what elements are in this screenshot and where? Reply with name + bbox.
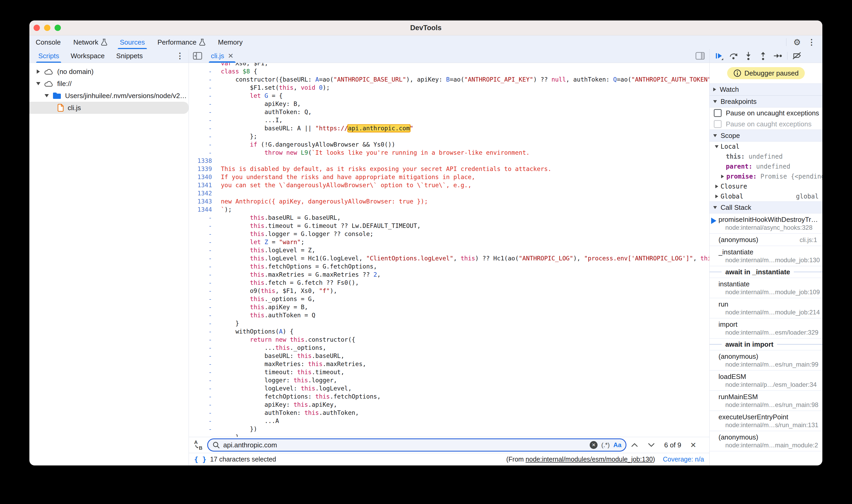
code-line[interactable]: - constructor({baseURL: A=ao("ANTHROPIC_… [189,75,709,84]
tree-item-no-domain[interactable]: (no domain) [29,66,189,78]
line-gutter[interactable]: 1338 [189,157,216,165]
code-line[interactable]: - o9(this, $F1, Xs0, "f"), [189,287,709,295]
line-gutter[interactable]: - [189,303,216,311]
line-gutter[interactable]: - [189,360,216,368]
line-gutter[interactable]: - [189,287,216,295]
line-gutter[interactable]: - [189,222,216,230]
line-gutter[interactable] [189,63,216,67]
line-gutter[interactable]: - [189,368,216,376]
code-line[interactable]: - this.baseURL = G.baseURL, [189,214,709,222]
scope-local[interactable]: Local [710,142,822,151]
collapse-icon[interactable] [36,82,40,85]
line-gutter[interactable]: - [189,263,216,271]
close-tab-icon[interactable]: ✕ [226,52,234,60]
line-gutter[interactable]: - [189,311,216,319]
line-gutter[interactable]: - [189,124,216,132]
pretty-print-icon[interactable]: { } [194,455,207,463]
code-line[interactable]: - this.authToken = Q [189,311,709,319]
section-watch[interactable]: Watch [710,84,822,95]
from-module-link[interactable]: node:internal/modules/esm/module_job:130 [526,455,653,463]
step-into-button[interactable] [741,51,756,60]
navigator-more-icon[interactable]: ⋮ [176,52,189,60]
line-gutter[interactable]: - [189,433,216,437]
code-line[interactable]: - }; [189,132,709,141]
expand-icon[interactable] [721,175,724,178]
code-line[interactable]: - ...A [189,417,709,425]
previous-match-icon[interactable] [631,443,638,448]
scope-entry-parent[interactable]: parent: undefined [710,162,822,172]
call-stack-frame[interactable]: (anonymous)node:internal/m…main_module:2 [710,431,822,451]
call-stack-frame[interactable]: runMainESMnode:internal/m…es/run_main:98 [710,391,822,411]
regex-toggle[interactable]: (.*) [601,441,610,449]
tree-item-folder[interactable]: Users/jinhuilee/.nvm/versions/node/v2… [29,90,189,102]
line-gutter[interactable]: 1342 [189,189,216,197]
code-line[interactable]: - withOptions(A) { [189,327,709,336]
deactivate-breakpoints-button[interactable] [789,51,804,60]
code-line[interactable]: - this.apiKey = B, [189,303,709,311]
line-gutter[interactable]: 1341 [189,181,216,189]
match-case-toggle[interactable]: Aa [613,441,621,449]
line-gutter[interactable]: - [189,116,216,124]
code-line[interactable]: - baseURL: this.baseURL, [189,352,709,360]
line-gutter[interactable]: - [189,409,216,417]
code-line[interactable]: - return new this.constructor({ [189,336,709,344]
clear-search-icon[interactable]: ✕ [590,441,598,449]
code-line[interactable]: -class $8 { [189,67,709,75]
line-gutter[interactable]: - [189,384,216,393]
line-gutter[interactable]: - [189,149,216,157]
toggle-debugger-sidebar-icon[interactable] [695,51,709,60]
line-gutter[interactable]: 1344 [189,205,216,214]
section-breakpoints[interactable]: Breakpoints [710,95,822,108]
call-stack-frame[interactable]: promiseInitHookWithDestroyTr…node:intern… [710,213,822,234]
replace-toggle-icon[interactable]: AB [194,440,203,450]
code-line[interactable]: - ...this._options, [189,344,709,352]
coverage-link[interactable]: Coverage: n/a [663,455,704,463]
resume-button[interactable] [712,51,726,60]
code-line[interactable]: - this.fetchOptions = G.fetchOptions, [189,263,709,271]
pause-caught-row[interactable]: Pause on caught exceptions [710,119,822,129]
call-stack-frame[interactable]: (anonymous)node:internal/m…es/run_main:9… [710,350,822,371]
scope-global[interactable]: Global global [710,192,822,201]
code-line[interactable]: - apiKey: this.apiKey, [189,401,709,409]
tab-memory[interactable]: Memory [212,35,249,49]
code-line[interactable]: - authToken: this.authToken, [189,409,709,417]
line-gutter[interactable]: 1343 [189,197,216,205]
source-editor[interactable]: var Xs0, $F1;-class $8 {- constructor({b… [189,63,709,437]
code-line[interactable]: - } [189,319,709,327]
code-line[interactable]: - ...I, [189,116,709,124]
call-stack-frame[interactable]: runnode:internal/m…module_job:214 [710,298,822,318]
search-query[interactable]: api.anthropic.com [223,441,277,449]
editor-tab-clijs[interactable]: cli.js ✕ [206,49,238,63]
scope-closure[interactable]: Closure [710,181,822,192]
code-line[interactable]: - this._options = G, [189,295,709,303]
code-line[interactable]: - } [189,433,709,437]
line-gutter[interactable]: - [189,344,216,352]
code-line[interactable]: - timeout: this.timeout, [189,368,709,376]
tab-sources[interactable]: Sources [113,35,151,49]
code-line[interactable]: - this.logLevel = Hc1(G.logLevel, "Clien… [189,254,709,263]
tab-network[interactable]: Network [67,35,113,49]
pause-caught-checkbox[interactable] [714,120,722,128]
tab-scripts[interactable]: Scripts [33,49,65,63]
code-line[interactable]: - if (!G.dangerouslyAllowBrowser && Ys0(… [189,141,709,149]
line-gutter[interactable]: - [189,84,216,92]
more-options-icon[interactable]: ⋮ [808,38,816,46]
line-gutter[interactable]: - [189,393,216,401]
code-line[interactable]: 1342 [189,189,709,197]
code-line[interactable]: 1343new Anthropic({ apiKey, dangerouslyA… [189,197,709,205]
line-gutter[interactable]: - [189,141,216,149]
call-stack-frame[interactable]: importnode:internal/m…esm/loader:329 [710,318,822,339]
code-line[interactable]: - authToken: Q, [189,108,709,116]
code-line[interactable]: - this.fetch = G.fetch ?? Fs0(), [189,279,709,287]
tree-item-clijs[interactable]: cli.js [29,102,189,114]
code-line[interactable]: - let G = { [189,92,709,100]
line-gutter[interactable]: - [189,230,216,238]
line-gutter[interactable]: - [189,108,216,116]
call-stack-frame[interactable]: executeUserEntryPointnode:internal/m…s/r… [710,411,822,431]
next-match-icon[interactable] [647,443,655,448]
code-line[interactable]: 1344`); [189,205,709,214]
line-gutter[interactable]: - [189,352,216,360]
code-line[interactable]: - apiKey: B, [189,100,709,108]
line-gutter[interactable]: - [189,401,216,409]
code-line[interactable]: - throw new L9(`It looks like you're run… [189,149,709,157]
